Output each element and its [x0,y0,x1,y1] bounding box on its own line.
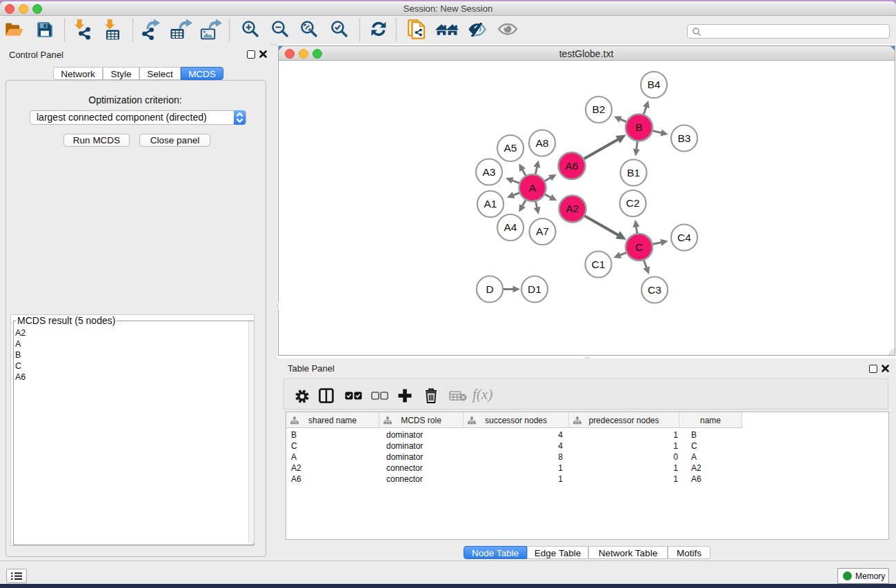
svg-text:A7: A7 [536,225,549,237]
svg-text:C1: C1 [591,258,605,270]
svg-text:A2: A2 [566,203,579,214]
svg-text:A3: A3 [482,165,495,177]
svg-text:B3: B3 [677,132,690,143]
svg-text:B1: B1 [627,166,640,178]
svg-text:A4: A4 [504,221,517,233]
svg-text:A6: A6 [565,159,578,171]
svg-text:C: C [635,241,642,252]
svg-text:B: B [635,121,642,133]
svg-text:D: D [486,283,493,294]
svg-text:D1: D1 [528,283,541,294]
svg-text:A1: A1 [484,198,497,210]
svg-text:B4: B4 [647,79,660,90]
svg-text:B2: B2 [592,103,605,115]
svg-text:A: A [528,181,536,193]
svg-text:C4: C4 [677,231,691,243]
svg-text:C3: C3 [648,283,661,295]
svg-text:A5: A5 [504,142,517,154]
svg-text:C2: C2 [626,197,639,209]
svg-text:A8: A8 [535,136,548,148]
